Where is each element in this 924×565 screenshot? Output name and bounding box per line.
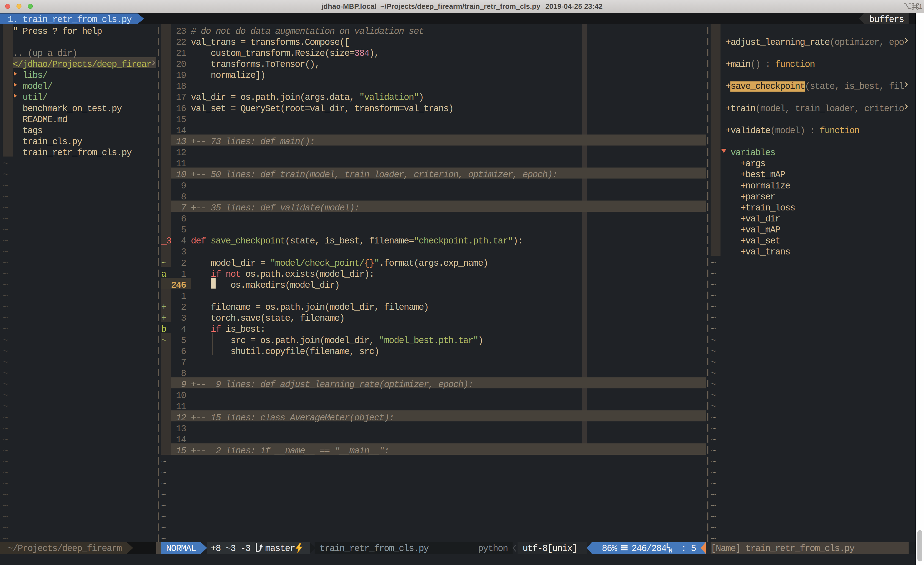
svg-text:1: 1 xyxy=(919,3,922,10)
